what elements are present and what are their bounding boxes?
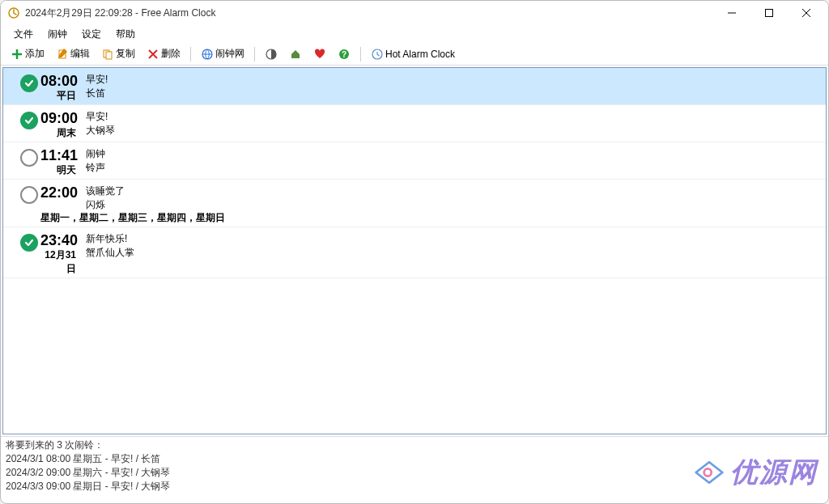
alarm-time: 23:40 [40, 232, 76, 249]
svg-rect-4 [106, 52, 112, 59]
maximize-button[interactable] [750, 1, 788, 25]
menubar: 文件 闹钟 设定 帮助 [1, 25, 828, 43]
check-icon [20, 234, 38, 252]
alarm-sound: 铃声 [86, 161, 816, 175]
alarm-label: 闹钟 [86, 147, 816, 161]
alarm-sound: 蟹爪仙人掌 [86, 246, 816, 260]
home-button[interactable] [284, 46, 307, 62]
alarm-schedule: 明天 [40, 163, 76, 177]
copy-button[interactable]: 复制 [96, 45, 140, 62]
alarm-status-toggle[interactable] [18, 184, 40, 225]
alarm-sound: 大钢琴 [86, 124, 816, 138]
svg-text:?: ? [342, 50, 346, 59]
alarm-time: 09:00 [40, 110, 76, 127]
titlebar: 2024年2月29日 22:09:28 - Free Alarm Clock [1, 1, 828, 25]
alarm-time: 22:00 [40, 184, 76, 201]
app-icon [7, 6, 20, 19]
alarm-schedule: 周末 [40, 126, 76, 140]
menu-settings[interactable]: 设定 [75, 26, 108, 43]
svg-rect-1 [766, 10, 773, 17]
question-icon: ? [338, 48, 351, 61]
alarm-row[interactable]: 08:00平日早安!长笛 [3, 68, 826, 105]
menu-help[interactable]: 帮助 [109, 26, 142, 43]
upcoming-title: 将要到来的 3 次闹铃： [6, 438, 823, 452]
menu-file[interactable]: 文件 [7, 26, 40, 43]
delete-label: 删除 [161, 47, 181, 61]
add-label: 添加 [25, 47, 45, 61]
separator [254, 47, 255, 61]
status-bar [1, 497, 828, 503]
alarm-time: 08:00 [40, 73, 76, 90]
alarm-net-label: 闹钟网 [215, 47, 244, 61]
check-icon [20, 112, 38, 129]
alarm-row[interactable]: 09:00周末早安!大钢琴 [3, 105, 826, 142]
clock-icon [371, 48, 384, 61]
pencil-icon [56, 48, 69, 61]
alarm-net-button[interactable]: 闹钟网 [196, 45, 249, 62]
alarm-row[interactable]: 23:4012月31日新年快乐!蟹爪仙人掌 [3, 227, 826, 278]
minimize-button[interactable] [713, 1, 750, 25]
alarm-label: 该睡觉了 [86, 184, 816, 198]
globe-icon [201, 48, 214, 61]
circle-icon [20, 149, 38, 167]
alarm-row[interactable]: 11:41明天闹钟铃声 [3, 142, 826, 180]
plus-icon [11, 48, 23, 61]
contrast-icon [265, 48, 278, 61]
alarm-time: 11:41 [40, 147, 76, 164]
hot-alarm-button[interactable]: Hot Alarm Clock [366, 46, 460, 62]
alarm-schedule: 星期一，星期二，星期三，星期四，星期日 [40, 211, 816, 225]
alarm-status-toggle[interactable] [18, 232, 40, 276]
window-title: 2024年2月29日 22:09:28 - Free Alarm Clock [25, 6, 713, 20]
x-icon [147, 48, 159, 61]
edit-button[interactable]: 编辑 [51, 45, 95, 62]
heart-icon [313, 48, 326, 61]
hot-alarm-label: Hot Alarm Clock [385, 49, 455, 60]
edit-label: 编辑 [70, 47, 90, 61]
window: 2024年2月29日 22:09:28 - Free Alarm Clock 文… [0, 0, 829, 504]
alarm-label: 早安! [86, 110, 816, 124]
delete-button[interactable]: 删除 [142, 45, 185, 62]
toolbar: 添加 编辑 复制 删除 闹钟网 ? [1, 43, 828, 66]
alarm-schedule: 12月31日 [40, 248, 76, 276]
alarm-label: 新年快乐! [86, 232, 816, 246]
favorite-button[interactable] [308, 46, 331, 62]
theme-button[interactable] [260, 46, 283, 62]
alarm-status-toggle[interactable] [18, 73, 40, 103]
check-icon [20, 74, 38, 92]
watermark-icon [693, 456, 725, 489]
window-controls [713, 1, 825, 25]
alarm-status-toggle[interactable] [18, 147, 40, 177]
svg-point-10 [704, 468, 712, 476]
add-button[interactable]: 添加 [6, 45, 49, 62]
separator [360, 47, 361, 61]
alarm-sound: 长笛 [86, 87, 816, 100]
menu-alarm[interactable]: 闹钟 [41, 26, 74, 43]
watermark: 优源网 [693, 454, 818, 491]
house-icon [289, 48, 302, 61]
alarm-label: 早安! [86, 73, 816, 87]
alarm-schedule: 平日 [40, 89, 76, 103]
help-button[interactable]: ? [333, 46, 355, 62]
alarm-status-toggle[interactable] [18, 110, 40, 140]
close-button[interactable] [788, 1, 825, 25]
circle-icon [20, 186, 38, 204]
alarm-list[interactable]: 08:00平日早安!长笛09:00周末早安!大钢琴11:41明天闹钟铃声22:0… [2, 67, 827, 434]
alarm-row[interactable]: 22:00该睡觉了闪烁星期一，星期二，星期三，星期四，星期日 [3, 180, 826, 227]
watermark-text: 优源网 [730, 454, 818, 491]
separator [190, 47, 191, 61]
copy-icon [101, 48, 114, 61]
copy-label: 复制 [116, 47, 135, 61]
alarm-sound: 闪烁 [86, 198, 816, 212]
